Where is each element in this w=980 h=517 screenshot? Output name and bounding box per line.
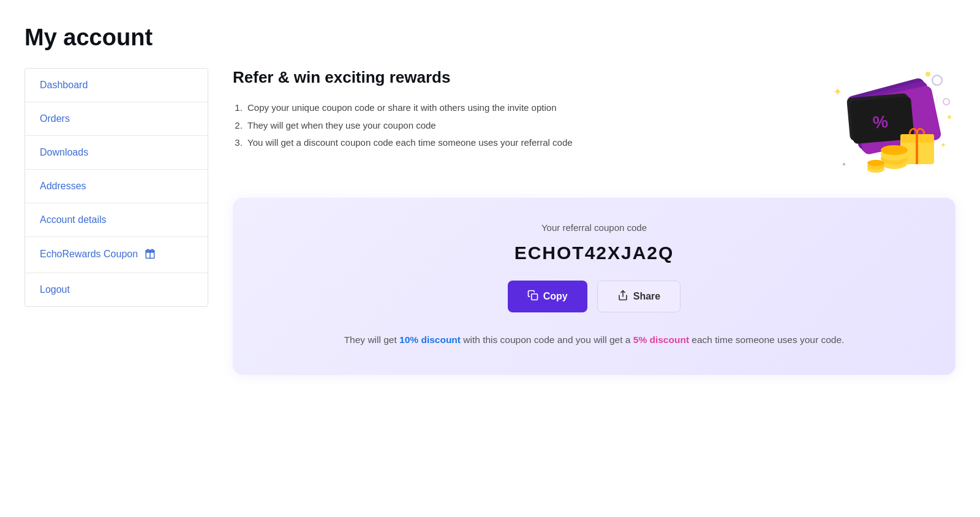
page-title: My account: [24, 25, 956, 51]
svg-point-6: [948, 115, 951, 119]
sidebar-item-logout[interactable]: Logout: [25, 273, 208, 306]
discount-pink: 5% discount: [633, 334, 689, 345]
share-button-label: Share: [633, 291, 660, 302]
sidebar-item-echo-rewards[interactable]: EchoRewards Coupon: [25, 237, 208, 273]
svg-text:✦: ✦: [940, 141, 946, 149]
copy-button[interactable]: Copy: [508, 281, 587, 312]
sidebar-item-account-details[interactable]: Account details: [25, 203, 208, 237]
refer-step-1: Copy your unique coupon code or share it…: [245, 99, 796, 117]
refer-step-2: They will get when they use your coupon …: [245, 117, 796, 135]
share-button[interactable]: Share: [597, 281, 680, 312]
discount-blue: 10% discount: [399, 334, 461, 345]
sidebar-item-orders[interactable]: Orders: [25, 102, 208, 136]
sidebar: Dashboard Orders Downloads Addresses Acc…: [24, 68, 208, 307]
gift-icon: [145, 248, 156, 262]
discount-description: They will get 10% discount with this cou…: [252, 332, 936, 348]
refer-steps: Copy your unique coupon code or share it…: [233, 99, 796, 152]
discount-text-2: with this coupon code and you will get a: [461, 334, 633, 345]
svg-text:●: ●: [842, 160, 846, 167]
sidebar-item-downloads[interactable]: Downloads: [25, 136, 208, 170]
refer-section: Refer & win exciting rewards Copy your u…: [233, 68, 956, 178]
refer-text: Refer & win exciting rewards Copy your u…: [233, 68, 796, 152]
svg-point-3: [932, 75, 942, 85]
coupon-label: Your referral coupon code: [252, 222, 936, 233]
copy-icon: [527, 290, 538, 303]
svg-text:%: %: [872, 112, 889, 132]
svg-point-25: [867, 160, 884, 166]
svg-point-4: [943, 99, 949, 105]
refer-title: Refer & win exciting rewards: [233, 68, 796, 87]
main-content: Refer & win exciting rewards Copy your u…: [233, 68, 956, 375]
refer-illustration: % ✦: [796, 68, 956, 178]
layout: Dashboard Orders Downloads Addresses Acc…: [24, 68, 956, 375]
share-icon: [617, 290, 628, 303]
svg-point-22: [881, 145, 908, 155]
copy-button-label: Copy: [543, 291, 568, 302]
svg-text:✦: ✦: [833, 86, 842, 98]
discount-text-1: They will get: [344, 334, 399, 345]
refer-step-3: You will get a discount coupon code each…: [245, 134, 796, 152]
coupon-card: Your referral coupon code ECHOT42XJA2Q C…: [233, 198, 956, 375]
svg-rect-29: [532, 294, 538, 300]
coupon-actions: Copy Share: [252, 281, 936, 312]
sidebar-item-addresses[interactable]: Addresses: [25, 170, 208, 203]
svg-point-5: [925, 72, 930, 77]
coupon-code: ECHOT42XJA2Q: [252, 243, 936, 263]
discount-text-3: each time someone uses your code.: [689, 334, 844, 345]
sidebar-item-dashboard[interactable]: Dashboard: [25, 69, 208, 102]
